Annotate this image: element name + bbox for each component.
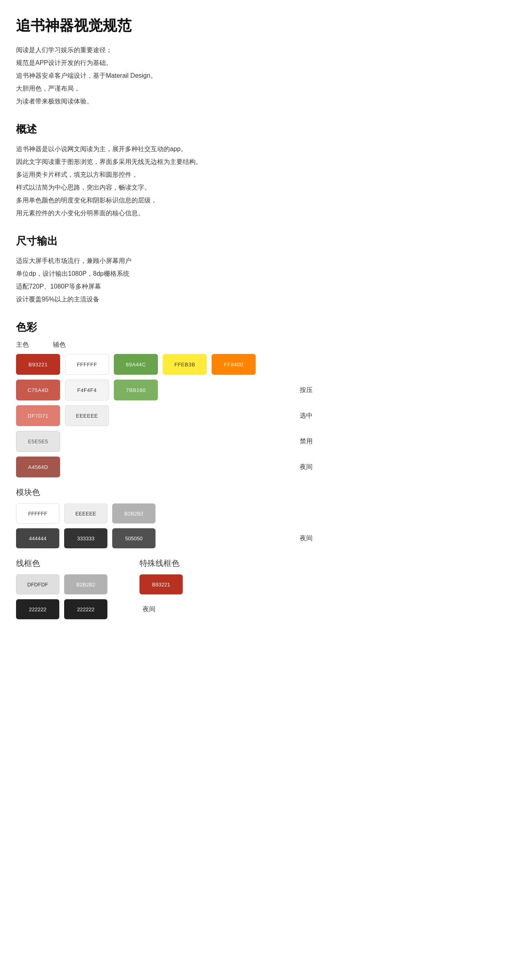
overview-line-4: 样式以洁简为中心思路，突出内容，畅读文字。 — [16, 181, 313, 194]
border-row-2: 222222 222222 夜间 — [16, 599, 107, 619]
swatch-mod-FFFFFF: FFFFFF — [16, 503, 59, 523]
intro-line-1: 阅读是人们学习娱乐的重要途径； — [16, 44, 313, 57]
overview-heading: 概述 — [16, 122, 313, 136]
dim-line-2: 单位dp，设计输出1080P，8dp栅格系统 — [16, 267, 313, 280]
swatch-222222-2: 222222 — [64, 599, 107, 619]
page-title: 追书神器视觉规范 — [16, 16, 313, 36]
overview-text: 追书神器是以小说网文阅读为主，展开多种社交互动的app。 因此文字阅读重于图形浏… — [16, 143, 313, 220]
swatch-mod-B2B2B2: B2B2B2 — [112, 503, 156, 523]
swatch-special-B93221: B93221 — [139, 574, 183, 594]
dimensions-text: 适应大屏手机市场流行，兼顾小屏幕用户 单位dp，设计输出1080P，8dp栅格系… — [16, 255, 313, 306]
intro-line-2: 规范是APP设计开发的行为基础。 — [16, 57, 313, 69]
intro-line-4: 大胆用色，严谨布局， — [16, 82, 313, 95]
dim-line-1: 适应大屏手机市场流行，兼顾小屏幕用户 — [16, 255, 313, 267]
secondary-label: 辅色 — [53, 341, 66, 349]
color-row-3: DF7D71 EEEEEE 选中 — [16, 405, 313, 426]
swatch-DF7D71: DF7D71 — [16, 405, 60, 426]
swatch-F4F4F4: F4F4F4 — [65, 380, 109, 400]
swatch-A4564D: A4564D — [16, 457, 60, 477]
overview-line-1: 追书神器是以小说网文阅读为主，展开多种社交互动的app。 — [16, 143, 313, 156]
module-colors-heading: 模块色 — [16, 487, 313, 498]
label-night-1: 夜间 — [300, 463, 313, 471]
swatch-border-B2B2B2: B2B2B2 — [64, 574, 107, 594]
overview-line-3: 多运用类卡片样式，填充以方和圆形控件， — [16, 168, 313, 181]
swatch-B93221: B93221 — [16, 354, 60, 375]
border-colors-heading: 线框色 — [16, 558, 107, 569]
label-night-border: 夜间 — [143, 605, 156, 614]
module-row-1: FFFFFF EEEEEE B2B2B2 — [16, 503, 313, 523]
swatch-E5E5E5: E5E5E5 — [16, 431, 60, 452]
special-border-col: 特殊线框色 B93221 — [139, 558, 183, 624]
swatch-DFDFDF: DFDFDF — [16, 574, 59, 594]
color-row-4: E5E5E5 禁用 — [16, 431, 313, 452]
swatch-mod-333333: 333333 — [64, 528, 107, 548]
swatch-C75A4D: C75A4D — [16, 380, 60, 400]
intro-section: 阅读是人们学习娱乐的重要途径； 规范是APP设计开发的行为基础。 追书神器安卓客… — [16, 44, 313, 108]
label-night-module: 夜间 — [300, 534, 313, 543]
special-border-row-1: B93221 — [139, 574, 183, 594]
color-row-2: C75A4D F4F4F4 7BB160 按压 — [16, 380, 313, 400]
border-colors-col: 线框色 DFDFDF B2B2B2 222222 222222 夜间 — [16, 558, 107, 624]
swatch-mod-505050: 505050 — [112, 528, 156, 548]
label-selected: 选中 — [300, 412, 313, 420]
dim-line-4: 设计覆盖95%以上的主流设备 — [16, 293, 313, 306]
primary-label: 主色 — [16, 341, 29, 349]
color-headers: 主色 辅色 — [16, 341, 313, 349]
overview-line-5: 多用单色颜色的明度变化和阴影标识信息的层级， — [16, 194, 313, 207]
swatch-EEEEEE: EEEEEE — [65, 405, 109, 426]
swatch-FFEB3B: FFEB3B — [163, 354, 207, 375]
label-press: 按压 — [300, 386, 313, 394]
border-row-1: DFDFDF B2B2B2 — [16, 574, 107, 594]
border-section: 线框色 DFDFDF B2B2B2 222222 222222 夜间 特殊线框色… — [16, 558, 313, 624]
swatch-mod-EEEEEE: EEEEEE — [64, 503, 107, 523]
color-row-1: B93221 FFFFFF 69A44C FFEB3B FF8400 — [16, 354, 313, 375]
intro-line-5: 为读者带来极致阅读体验。 — [16, 95, 313, 108]
intro-line-3: 追书神器安卓客户端设计，基于Materail Design。 — [16, 69, 313, 82]
swatch-222222-1: 222222 — [16, 599, 59, 619]
swatch-FFFFFF-1: FFFFFF — [65, 354, 109, 375]
colors-heading: 色彩 — [16, 320, 313, 334]
module-row-2: 444444 333333 505050 夜间 — [16, 528, 313, 548]
overview-section: 概述 追书神器是以小说网文阅读为主，展开多种社交互动的app。 因此文字阅读重于… — [16, 122, 313, 220]
module-colors-section: 模块色 FFFFFF EEEEEE B2B2B2 444444 333333 5… — [16, 487, 313, 548]
swatch-69A44C: 69A44C — [114, 354, 158, 375]
dim-line-3: 适配720P、1080P等多种屏幕 — [16, 280, 313, 293]
special-border-heading: 特殊线框色 — [139, 558, 183, 569]
color-row-5: A4564D 夜间 — [16, 457, 313, 477]
swatch-mod-444444: 444444 — [16, 528, 59, 548]
swatch-7BB160: 7BB160 — [114, 380, 158, 400]
dimensions-section: 尺寸输出 适应大屏手机市场流行，兼顾小屏幕用户 单位dp，设计输出1080P，8… — [16, 234, 313, 306]
colors-section: 色彩 主色 辅色 B93221 FFFFFF 69A44C FFEB3B FF8… — [16, 320, 313, 624]
dimensions-heading: 尺寸输出 — [16, 234, 313, 248]
swatch-FF8400: FF8400 — [212, 354, 256, 375]
overview-line-6: 用元素控件的大小变化分明界面的核心信息。 — [16, 207, 313, 220]
label-disabled: 禁用 — [300, 437, 313, 446]
overview-line-2: 因此文字阅读重于图形浏览，界面多采用无线无边框为主要结构。 — [16, 156, 313, 168]
